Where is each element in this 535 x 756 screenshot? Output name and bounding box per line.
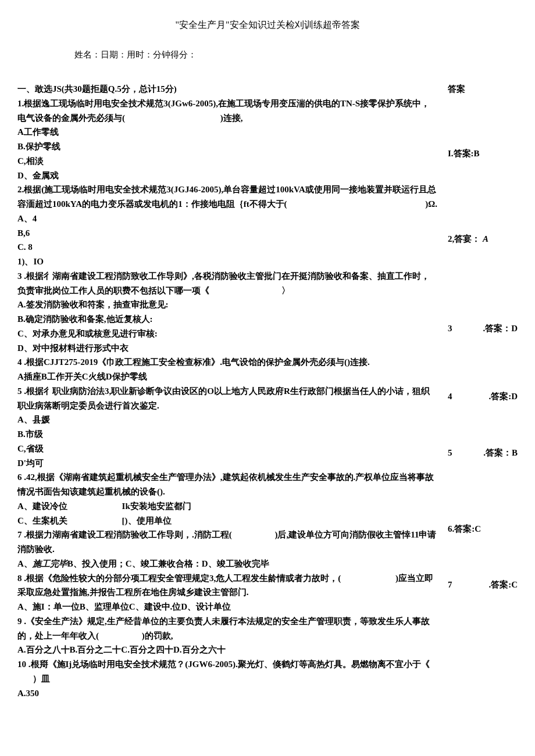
q3-opt-a: A.签发消防验收和符案，抽查审批意见: [17,298,437,312]
q1-opt-d: D、金属戏 [17,169,437,183]
q1-opt-a: A工作零线 [17,125,437,139]
q2-opt-a: A、4 [17,212,437,226]
q7-opt-rest: B、投入使用；C、竣工兼收合格：D、竣工验收完毕 [67,559,269,568]
q8-stem-a: 8 .根据《危险性较大的分部分项工程安全管理规定3,危人工程发生龄情或者力故时，… [17,574,341,583]
q10-stem-b: ）皿 [33,672,437,686]
ans1: I.答案:B [448,146,518,161]
q6-opt-d: [)、使用单位 [122,516,172,525]
q5-opt-c: C,省级 [17,442,437,456]
q2: 2.根据(施工现场临时用电安全技术规范3(JGJ46-2005),单台容量超过1… [17,182,437,212]
page-title: "安全生产月"安全知识过关检刈训练超帝答案 [17,17,518,33]
q6-opt-line2: C、生案机关 [)、使用单位 [17,514,437,528]
q3-stem-b: 〉 [281,286,290,295]
q8-opt: A、施I：单一位B、监理单位C、建设中.位D、设计单位 [17,600,437,614]
q5-stem: 5 .根据彳职业病防治法3,职业新诊断争议由设区的O以上地方人民政府R生行政部门… [17,384,437,413]
q3-opt-d: D、对中报材料进行形式中衣 [17,341,437,356]
q5-opt-d: D'均可 [17,456,437,471]
ans4-a: 4 [448,392,452,401]
q4-stem: 4 .根据CJJT275-2019《巾政工程施工安全检查标准》.电气设饴的保护金… [17,355,437,370]
ans2-b: A [483,234,488,243]
q6-opt-c: C、生案机关 [17,516,67,525]
ans6: 6.答案:C [448,522,518,536]
q2-opt-b: B,6 [17,226,437,241]
q7-opt-a-prefix: A、 [17,559,33,568]
main-column: 一、敢选JS(共30题拒题Q.5分，总计15分) 1.根据逸工现场临时用电安全技… [17,82,448,700]
q2-stem-b: )Ω. [425,197,437,212]
ans5-a: 5 [448,448,452,457]
ans3-a: 3 [448,324,452,333]
q3-opt-b: B.确定消防验收和备案,他近复核人: [17,312,437,327]
ans7-b: .答案:C [488,578,518,592]
q10-stem: 10 .根搿《施Ij兑场临时用电安全技术规范？(JGW6-2005).聚光灯、倏… [17,657,437,672]
q1-stem-b: )连接, [220,113,243,123]
ans7: 7 .答案:C [448,578,518,592]
q9-stem-a: 9 .《安全生产法》规定,生产经昔单位的主要负责人未履行本法规定的安全生产管理职… [17,617,430,640]
q6-opt-line1: A、建设冷位 Ik安装地安监都门 [17,499,437,514]
q7-stem-a: 7 .根据力湖南省建设工程消防验收工作导则，.消防工程( [17,530,232,539]
q5-opt-b: B.市级 [17,427,437,442]
q3: 3 .根据彳湖南省建设工程消防致收工作导则》,各税消防验收主管批门在开挺消防验收… [17,269,437,298]
ans4: 4 .答案:D [448,389,518,404]
q7-opts: A、施工完毕B、投入使用；C、竣工兼收合格：D、竣工验收完毕 [17,557,437,571]
q7-opt-a-italic: 施工完毕 [33,559,67,568]
q1: 1.根据逸工现场临时用电安全技术规范3(JGw6-2005),在施工现场专用变压… [17,96,437,126]
meta-line: 姓名：日期：用时：分钟得分： [74,48,518,62]
side-heading: 答案 [448,82,518,96]
q9: 9 .《安全生产法》规定,生产经昔单位的主要负责人未履行本法规定的安全生产管理职… [17,614,437,643]
q2-opt-d: 1)、IO [17,255,437,269]
q3-opt-c: C、对承办意见和或核意见进行审核: [17,327,437,341]
q6-stem: 6 .42,根据《湖南省建筑起重机械安全生产管理办法》,建筑起依机械发生生产安全… [17,470,437,499]
q2-stem-a: 2.根据(施工现场临时用电安全技术规范3(JGJ46-2005),单台容量超过1… [17,185,436,209]
q10-opt-a: A.350 [17,686,437,701]
ans5-b: .答案：B [483,446,518,460]
ans3-b: .答案：D [483,321,518,336]
q9-stem-b: )的罚款, [142,631,173,640]
q7: 7 .根据力湖南省建设工程消防验收工作导则，.消防工程( )后,建设单位方可向消… [17,528,437,557]
content-wrapper: 一、敢选JS(共30题拒题Q.5分，总计15分) 1.根据逸工现场临时用电安全技… [17,82,518,700]
q2-opt-c: C. 8 [17,240,437,255]
ans2: 2,答宴： A [448,232,518,246]
q8: 8 .根据《危险性较大的分部分项工程安全管理规定3,危人工程发生龄情或者力故时，… [17,571,437,600]
ans2-a: 2,答宴： [448,234,480,243]
q1-opt-b: B.保护零线 [17,139,437,154]
section-heading: 一、敢选JS(共30题拒题Q.5分，总计15分) [17,82,437,96]
q1-opt-c: C,相淡 [17,154,437,169]
q3-stem-a: 3 .根据彳湖南省建设工程消防致收工作导则》,各税消防验收主管批门在开挺消防验收… [17,271,430,295]
q5-opt-a: A、县媛 [17,413,437,427]
ans5: 5 .答案：B [448,446,518,460]
answer-column: 答案 I.答案:B 2,答宴： A 3 .答案：D 4 .答案:D 5 .答案：… [448,82,518,592]
q6-opt-b: Ik安装地安监都门 [122,501,191,511]
q9-opt: A.百分之八十B.百分之二十C.百分之四十D.百分之六十 [17,643,437,657]
q6-opt-a: A、建设冷位 [17,501,67,511]
q4-opt: A插座B工作开关C火线D保护零线 [17,370,437,384]
ans3: 3 .答案：D [448,321,518,336]
ans7-a: 7 [448,580,452,589]
ans4-b: .答案:D [488,389,518,404]
